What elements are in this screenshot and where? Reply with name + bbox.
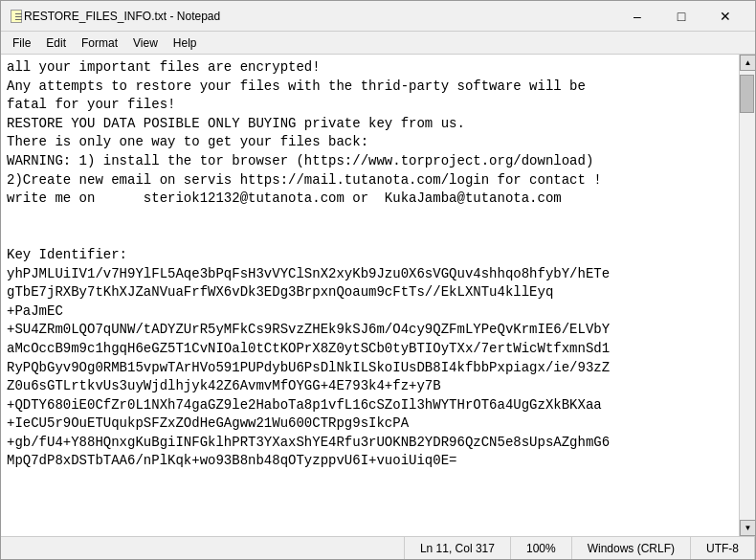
editor-area: ▲ ▼ (1, 55, 755, 536)
menu-bar: File Edit Format View Help (1, 32, 755, 55)
maximize-button[interactable]: □ (659, 1, 703, 32)
text-editor[interactable] (1, 55, 739, 536)
close-button[interactable]: ✕ (703, 1, 747, 32)
scroll-down-button[interactable]: ▼ (740, 520, 755, 536)
vertical-scrollbar[interactable]: ▲ ▼ (739, 55, 755, 536)
status-bar: Ln 11, Col 317 100% Windows (CRLF) UTF-8 (1, 536, 755, 559)
menu-edit[interactable]: Edit (38, 34, 74, 52)
cursor-position: Ln 11, Col 317 (405, 537, 511, 559)
zoom-level: 100% (511, 537, 572, 559)
minimize-button[interactable]: – (615, 1, 659, 32)
notepad-window: RESTORE_FILES_INFO.txt - Notepad – □ ✕ F… (0, 0, 756, 560)
menu-view[interactable]: View (125, 34, 166, 52)
app-icon (9, 9, 24, 24)
scroll-track[interactable] (740, 71, 755, 520)
window-title: RESTORE_FILES_INFO.txt - Notepad (24, 10, 615, 23)
menu-help[interactable]: Help (166, 34, 205, 52)
status-spacer (1, 537, 405, 559)
scroll-up-button[interactable]: ▲ (740, 55, 755, 71)
title-bar: RESTORE_FILES_INFO.txt - Notepad – □ ✕ (1, 1, 755, 32)
line-ending: Windows (CRLF) (572, 537, 691, 559)
scroll-thumb[interactable] (740, 75, 754, 113)
window-controls: – □ ✕ (615, 1, 747, 32)
encoding: UTF-8 (691, 537, 755, 559)
menu-file[interactable]: File (5, 34, 38, 52)
menu-format[interactable]: Format (74, 34, 125, 52)
